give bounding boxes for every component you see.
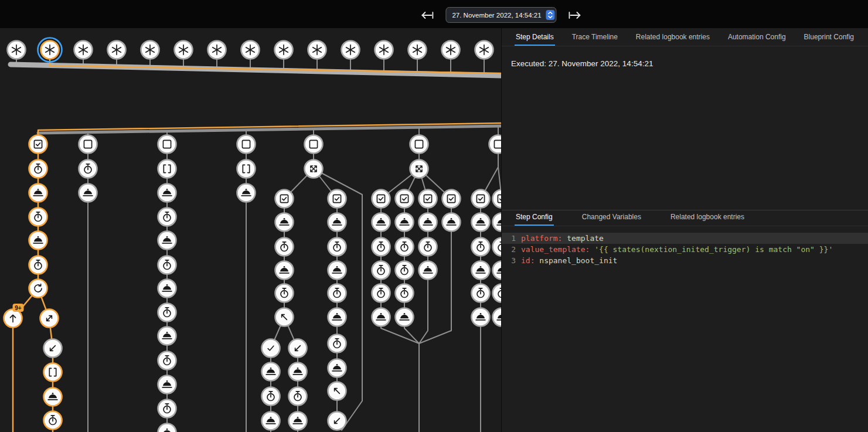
next-run-button[interactable] <box>567 8 583 22</box>
trace-node-service[interactable] <box>275 213 294 232</box>
trace-node-service[interactable] <box>493 213 502 232</box>
trace-node-arrow-down-left[interactable] <box>44 339 62 358</box>
trace-node-service[interactable] <box>372 213 390 232</box>
tab-blueprint-config[interactable]: Blueprint Config <box>803 28 855 46</box>
trace-node-service[interactable] <box>328 308 346 326</box>
trace-node-service[interactable] <box>44 388 62 406</box>
trace-node-service[interactable] <box>472 308 490 326</box>
trace-node-service[interactable] <box>396 308 414 326</box>
trace-node-condition[interactable] <box>396 190 414 208</box>
trace-node-timer[interactable] <box>396 284 414 302</box>
trace-node-asterisk[interactable] <box>308 41 326 59</box>
trace-node-asterisk[interactable] <box>442 41 460 59</box>
trace-node-timer[interactable] <box>44 411 62 430</box>
trace-node-timer[interactable] <box>275 238 294 256</box>
trace-node-timer[interactable] <box>493 284 502 302</box>
trace-node-asterisk[interactable] <box>275 41 293 59</box>
tab-trace-timeline[interactable]: Trace Timeline <box>571 28 619 46</box>
trace-node-brackets[interactable] <box>158 160 176 178</box>
trace-node-condition[interactable] <box>419 190 437 208</box>
trace-node-choose[interactable] <box>305 160 323 178</box>
trace-node-timer[interactable] <box>158 352 176 370</box>
run-selector[interactable]: 27. November 2022, 14:54:21 <box>445 7 556 23</box>
trace-node-asterisk[interactable] <box>241 41 260 59</box>
trace-node-asterisk[interactable] <box>8 41 26 59</box>
trace-node-timer[interactable] <box>328 238 346 256</box>
trace-node-service[interactable] <box>158 424 176 432</box>
trace-node-timer[interactable] <box>396 238 414 256</box>
trace-node-square[interactable] <box>158 135 176 154</box>
trace-graph[interactable]: 9+ <box>0 28 501 432</box>
trace-node-square[interactable] <box>79 135 97 154</box>
trace-node-service[interactable] <box>328 213 346 232</box>
tab-step-config[interactable]: Step Config <box>515 208 554 226</box>
trace-node-service[interactable] <box>262 412 280 430</box>
trace-node-square[interactable] <box>489 135 502 154</box>
trace-node-service[interactable] <box>472 213 490 232</box>
trace-node-timer[interactable] <box>328 284 346 302</box>
trace-node-asterisk[interactable] <box>375 41 393 59</box>
trace-node-square[interactable] <box>410 135 428 154</box>
trace-node-timer[interactable] <box>372 284 390 302</box>
trace-node-condition[interactable] <box>275 190 294 208</box>
trace-node-service[interactable] <box>29 184 47 202</box>
trace-node-timer[interactable] <box>472 238 490 256</box>
trace-node-condition[interactable] <box>493 190 502 208</box>
trace-node-arrow-up-left[interactable] <box>328 382 346 400</box>
trace-node-timer[interactable] <box>262 387 280 406</box>
trace-node-asterisk[interactable] <box>38 38 62 62</box>
trace-node-service[interactable] <box>262 363 280 381</box>
trace-node-service[interactable] <box>328 261 346 280</box>
trace-node-service[interactable] <box>328 359 346 377</box>
up-down-chevrons-icon[interactable] <box>546 10 555 20</box>
trace-node-timer[interactable] <box>372 238 390 256</box>
trace-node-service[interactable] <box>158 376 176 394</box>
trace-node-asterisk[interactable] <box>475 41 493 59</box>
trace-node-service[interactable] <box>275 261 294 280</box>
trace-node-service[interactable] <box>493 261 502 280</box>
trace-node-service[interactable] <box>289 412 307 430</box>
trace-node-timer[interactable] <box>289 387 307 406</box>
trace-node-repeat[interactable] <box>29 280 47 298</box>
trace-node-service[interactable] <box>396 213 414 232</box>
trace-node-service[interactable] <box>158 232 176 250</box>
trace-node-check[interactable] <box>262 339 280 358</box>
trace-node-service[interactable] <box>372 308 390 326</box>
trace-node-asterisk[interactable] <box>342 41 360 59</box>
trace-node-timer[interactable] <box>29 208 47 226</box>
trace-node-timer[interactable] <box>372 261 390 280</box>
trace-node-service[interactable] <box>158 184 176 202</box>
trace-node-service[interactable] <box>237 184 256 202</box>
trace-node-service[interactable] <box>442 213 461 232</box>
tab-changed-variables[interactable]: Changed Variables <box>581 208 642 226</box>
trace-node-asterisk[interactable] <box>108 41 126 59</box>
trace-node-expand[interactable] <box>40 309 59 328</box>
trace-node-arrow-down-left[interactable] <box>328 412 346 430</box>
trace-node-service[interactable] <box>419 261 437 280</box>
trace-node-service[interactable] <box>158 280 176 298</box>
trace-node-timer[interactable] <box>472 284 490 302</box>
trace-node-timer[interactable] <box>396 261 414 280</box>
tab-related-logbook-entries[interactable]: Related logbook entries <box>669 208 746 226</box>
trace-node-asterisk[interactable] <box>208 41 226 59</box>
tab-automation-config[interactable]: Automation Config <box>727 28 787 46</box>
trace-node-arrow-down-left[interactable] <box>289 339 307 358</box>
trace-node-service[interactable] <box>472 261 490 280</box>
trace-node-service[interactable] <box>29 232 47 250</box>
trace-node-service[interactable] <box>158 327 176 345</box>
trace-node-service[interactable] <box>289 363 307 381</box>
trace-node-condition[interactable] <box>472 190 490 208</box>
trace-node-choose[interactable] <box>410 160 428 178</box>
trace-node-condition[interactable] <box>442 190 461 208</box>
trace-node-asterisk[interactable] <box>141 41 159 59</box>
trace-node-condition[interactable] <box>372 190 390 208</box>
trace-node-service[interactable] <box>419 213 437 232</box>
trace-node-asterisk[interactable] <box>74 41 93 59</box>
trace-node-timer[interactable] <box>29 256 47 274</box>
trace-node-timer[interactable] <box>158 256 176 274</box>
trace-node-timer[interactable] <box>328 335 346 353</box>
trace-node-timer[interactable] <box>158 400 176 418</box>
previous-run-button[interactable] <box>420 8 435 22</box>
trace-node-brackets[interactable] <box>44 363 62 382</box>
trace-node-timer[interactable] <box>275 284 294 302</box>
